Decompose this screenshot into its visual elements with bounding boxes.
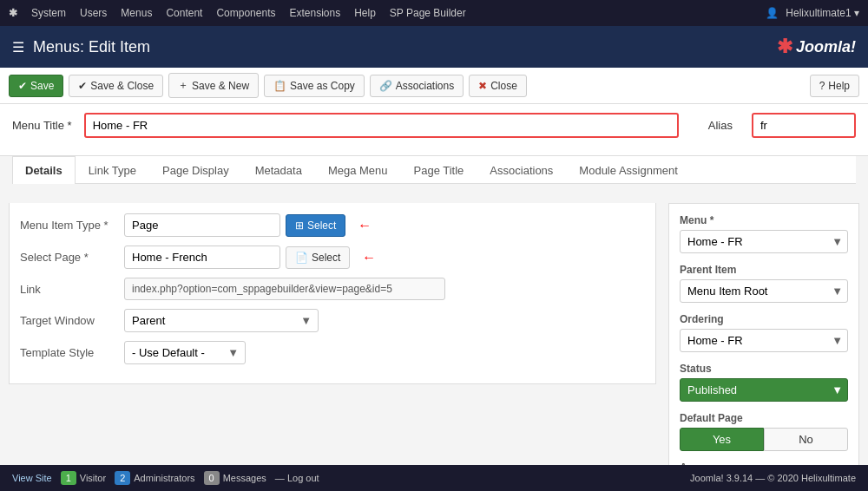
associations-button[interactable]: 🔗 Associations: [370, 75, 464, 97]
default-page-field: Default Page Yes No: [680, 412, 848, 451]
ordering-select[interactable]: Home - FR: [680, 329, 848, 352]
help-button[interactable]: ? Help: [810, 75, 859, 97]
admin-label: Administrators: [134, 473, 194, 483]
admin-badge: 2 Administrators: [115, 471, 194, 485]
messages-label: Messages: [223, 473, 266, 483]
right-panel: Menu * Home - FR ▼ Parent Item Menu Item…: [668, 203, 859, 491]
menu-field: Menu * Home - FR ▼: [680, 214, 848, 253]
visitor-count: 1: [61, 471, 76, 485]
joomla-icon[interactable]: ✱: [9, 7, 17, 19]
user-icon: 👤: [766, 7, 779, 19]
menu-item-type-select-button[interactable]: ⊞ Select: [286, 214, 345, 237]
menu-item-type-input[interactable]: [124, 213, 280, 237]
save-button[interactable]: ✔ Save: [9, 75, 63, 97]
menu-dropdown: Home - FR ▼: [680, 230, 848, 253]
tab-details[interactable]: Details: [12, 156, 76, 184]
save-new-button[interactable]: ＋ Save & New: [168, 73, 259, 98]
sidebar-toggle-icon[interactable]: ☰: [12, 39, 24, 56]
visitor-label: Visitor: [80, 473, 106, 483]
tabs-container: Details Link Type Page Display Metadata …: [0, 156, 868, 184]
template-style-value: - Use Default - ▼: [124, 341, 645, 364]
status-field: Status Published Unpublished Trashed ▼: [680, 363, 848, 402]
main-left: Menu Item Type * ⊞ Select ← Select Page …: [9, 203, 656, 491]
status-select[interactable]: Published Unpublished Trashed: [680, 378, 848, 402]
associations-label: Associations: [396, 80, 454, 92]
tab-associations[interactable]: Associations: [477, 156, 566, 184]
menu-title-label: Menu Title *: [12, 119, 72, 132]
tab-metadata[interactable]: Metadata: [242, 156, 315, 184]
save-close-label: Save & Close: [90, 80, 154, 92]
header-left: ☰ Menus: Edit Item: [12, 38, 150, 56]
nav-system[interactable]: System: [31, 7, 66, 19]
toolbar-right: ? Help: [810, 75, 859, 97]
nav-help[interactable]: Help: [354, 7, 376, 19]
yes-no-group: Yes No: [680, 428, 848, 451]
nav-sp-page-builder[interactable]: SP Page Builder: [390, 7, 466, 19]
ordering-field: Ordering Home - FR ▼: [680, 313, 848, 352]
template-style-select[interactable]: - Use Default -: [124, 341, 246, 364]
main-content: Menu Item Type * ⊞ Select ← Select Page …: [0, 194, 868, 491]
save-new-icon: ＋: [178, 78, 188, 93]
yes-button[interactable]: Yes: [680, 428, 764, 451]
menu-item-type-value: ⊞ Select ←: [124, 213, 645, 237]
parent-item-field: Parent Item Menu Item Root ▼: [680, 264, 848, 303]
target-window-value: Parent New Window with Navigation New Wi…: [124, 309, 645, 332]
tab-page-title[interactable]: Page Title: [401, 156, 477, 184]
menu-select[interactable]: Home - FR: [680, 230, 848, 253]
main-right: Menu * Home - FR ▼ Parent Item Menu Item…: [668, 203, 859, 491]
menu-title-row: Menu Title * Alias: [12, 113, 856, 138]
nav-users[interactable]: Users: [80, 7, 107, 19]
header-bar: ☰ Menus: Edit Item ✱ Joomla!: [0, 26, 868, 68]
help-icon: ?: [819, 80, 825, 92]
tabs: Details Link Type Page Display Metadata …: [12, 156, 856, 184]
help-label: Help: [828, 80, 850, 92]
toolbar: ✔ Save ✔ Save & Close ＋ Save & New 📋 Sav…: [0, 68, 868, 104]
select-page-button[interactable]: 📄 Select: [286, 246, 350, 269]
arrow-indicator-page: ←: [362, 250, 376, 265]
bottom-bar: View Site 1 Visitor 2 Administrators 0 M…: [0, 465, 868, 491]
tab-page-display[interactable]: Page Display: [149, 156, 242, 184]
tab-mega-menu[interactable]: Mega Menu: [315, 156, 401, 184]
parent-item-dropdown: Menu Item Root ▼: [680, 279, 848, 303]
alias-input[interactable]: [752, 113, 856, 138]
save-icon: ✔: [18, 80, 27, 92]
status-label: Status: [680, 363, 848, 375]
no-button[interactable]: No: [764, 428, 848, 451]
close-button[interactable]: ✖ Close: [469, 75, 527, 97]
select-page-input[interactable]: [124, 245, 280, 269]
joomla-logo: ✱ Joomla!: [777, 36, 856, 58]
target-window-select[interactable]: Parent New Window with Navigation New Wi…: [124, 309, 319, 332]
top-nav-right: 👤 Helixultimate1 ▾: [766, 7, 859, 19]
ordering-label: Ordering: [680, 313, 848, 325]
save-close-button[interactable]: ✔ Save & Close: [69, 75, 163, 97]
user-name[interactable]: Helixultimate1 ▾: [786, 7, 859, 19]
link-input[interactable]: [124, 278, 445, 300]
form-header: Menu Title * Alias: [0, 104, 868, 156]
close-label: Close: [490, 80, 517, 92]
alias-label: Alias: [708, 119, 733, 132]
menu-title-input[interactable]: [84, 113, 679, 138]
associations-icon: 🔗: [379, 80, 392, 92]
target-window-label: Target Window: [20, 314, 124, 327]
save-copy-button[interactable]: 📋 Save as Copy: [264, 75, 365, 97]
template-style-label: Template Style: [20, 346, 124, 359]
tab-link-type[interactable]: Link Type: [76, 156, 149, 184]
view-site-link[interactable]: View Site: [12, 473, 52, 483]
tab-module-assignment[interactable]: Module Assignment: [566, 156, 690, 184]
default-page-label: Default Page: [680, 412, 848, 424]
nav-content[interactable]: Content: [166, 7, 202, 19]
close-icon: ✖: [478, 80, 487, 92]
template-style-dropdown: - Use Default - ▼: [124, 341, 246, 364]
grid-icon: ⊞: [295, 219, 304, 232]
logout-link[interactable]: — Log out: [275, 473, 319, 483]
ordering-dropdown: Home - FR ▼: [680, 329, 848, 352]
parent-item-select[interactable]: Menu Item Root: [680, 279, 848, 303]
arrow-indicator-type: ←: [358, 218, 372, 233]
nav-menus[interactable]: Menus: [121, 7, 152, 19]
link-label: Link: [20, 283, 124, 296]
top-nav-left: ✱ System Users Menus Content Components …: [9, 7, 466, 19]
nav-components[interactable]: Components: [216, 7, 275, 19]
joomla-brand-icon: ✱: [777, 36, 792, 58]
menu-right-label: Menu *: [680, 214, 848, 226]
nav-extensions[interactable]: Extensions: [289, 7, 340, 19]
